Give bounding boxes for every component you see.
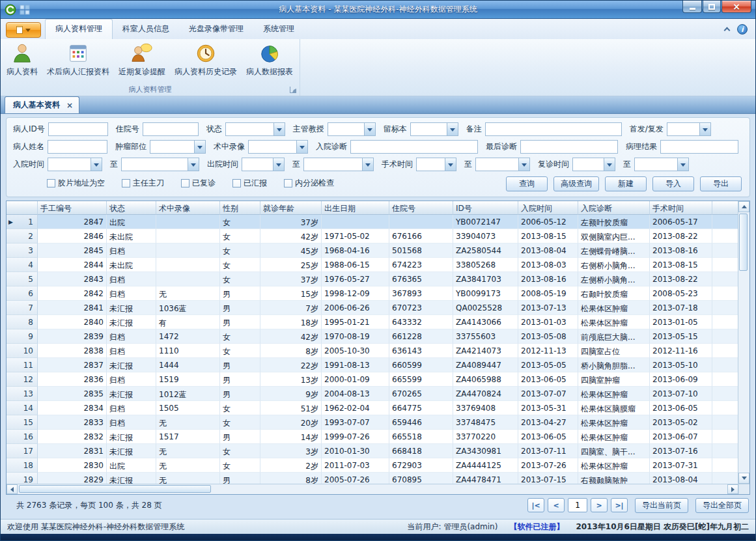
checkbox-film-address-empty[interactable]: 胶片地址为空: [47, 178, 105, 189]
cell-id-number[interactable]: YB0072147: [453, 215, 518, 229]
cell-status[interactable]: 未汇报: [107, 387, 156, 401]
table-row[interactable]: 132835未汇报1012蓝男9岁2004-08-13670265ZA44708…: [7, 387, 738, 401]
cell-manual-number[interactable]: 2832: [38, 430, 107, 444]
cell-manual-number[interactable]: 2843: [38, 272, 107, 286]
checkbox-revisited[interactable]: 已复诊: [181, 178, 216, 189]
cell-manual-number[interactable]: 2842: [38, 286, 107, 301]
cell-status[interactable]: 未出院: [107, 229, 156, 243]
cell-status[interactable]: 未汇报: [107, 358, 156, 372]
cell-age-at-visit[interactable]: 18岁: [260, 315, 322, 329]
cell-age-at-visit[interactable]: 8岁: [260, 344, 322, 358]
chief-professor-combo[interactable]: [328, 122, 376, 136]
surgery-date-from-combo[interactable]: [416, 158, 456, 171]
cell-gender[interactable]: 男: [220, 301, 260, 315]
cell-status[interactable]: 归档: [107, 286, 156, 301]
cell-id-number[interactable]: 33904073: [453, 229, 518, 243]
cell-gender[interactable]: 女: [220, 229, 260, 243]
cell-manual-number[interactable]: 2838: [38, 344, 107, 358]
cell-intraop-video[interactable]: 有: [156, 315, 220, 329]
cell-manual-number[interactable]: 2830: [38, 458, 107, 473]
cell-admission-number[interactable]: 664775: [389, 401, 453, 415]
checkbox-box-icon[interactable]: [181, 179, 189, 187]
cell-age-at-visit[interactable]: 9岁: [260, 387, 322, 401]
cell-admission-diagnosis[interactable]: 左侧桥小脑角...: [578, 272, 650, 286]
cell-surgery-date[interactable]: 2008-05-23: [650, 286, 712, 301]
cell-intraop-video[interactable]: [156, 215, 220, 229]
cell-admission-date[interactable]: 2013-06-05: [518, 372, 578, 387]
cell-admission-date[interactable]: 2013-08-15: [518, 229, 578, 243]
cell-admission-diagnosis[interactable]: 四脑室、脑干...: [578, 444, 650, 458]
table-row[interactable]: 72841未汇报1036蓝男7岁2006-06-26670723QA002552…: [7, 301, 738, 315]
cell-surgery-date[interactable]: 2013-05-10: [650, 358, 712, 372]
admission-date-from-combo[interactable]: [48, 158, 102, 171]
cell-age-at-visit[interactable]: 37岁: [260, 215, 322, 229]
advanced-query-button[interactable]: 高级查询: [553, 176, 599, 191]
cell-gender[interactable]: 男: [220, 473, 260, 484]
cell-id-number[interactable]: 33755603: [453, 329, 518, 344]
cell-admission-number[interactable]: 672903: [389, 458, 453, 473]
cell-surgery-date[interactable]: 2006-05-17: [650, 215, 712, 229]
vscroll-track[interactable]: [738, 212, 749, 473]
table-row[interactable]: 42844未出院女25岁1988-06-15674223338052682013…: [7, 258, 738, 272]
cell-intraop-video[interactable]: 1517: [156, 430, 220, 444]
patient-name-input[interactable]: [48, 140, 107, 154]
cell-id-number[interactable]: ZA4089447: [453, 358, 518, 372]
cell-id-number[interactable]: 33748475: [453, 415, 518, 430]
admission-diagnosis-input[interactable]: [350, 140, 478, 154]
checkbox-endocrine-exam[interactable]: 内分泌检查: [284, 178, 334, 189]
cell-age-at-visit[interactable]: 14岁: [260, 430, 322, 444]
checkbox-box-icon[interactable]: [122, 179, 130, 187]
vertical-scrollbar[interactable]: [738, 201, 749, 484]
cell-admission-number[interactable]: 665599: [389, 372, 453, 387]
table-row[interactable]: 162832未汇报1517男14岁1999-07-266655183377022…: [7, 430, 738, 444]
column-header-manual-number[interactable]: 手工编号: [38, 201, 107, 215]
export-current-page-button[interactable]: 导出当前页: [635, 498, 688, 513]
cell-admission-date[interactable]: 2012-11-13: [518, 344, 578, 358]
patient-id-input[interactable]: [48, 122, 108, 136]
cell-admission-diagnosis[interactable]: 左额叶胶质瘤: [578, 215, 650, 229]
horizontal-scrollbar[interactable]: [7, 484, 738, 494]
cell-id-number[interactable]: ZA4444125: [453, 458, 518, 473]
cell-gender[interactable]: 女: [220, 258, 260, 272]
cell-intraop-video[interactable]: 1036蓝: [156, 301, 220, 315]
cell-admission-number[interactable]: 670723: [389, 301, 453, 315]
cell-gender[interactable]: 女: [220, 458, 260, 473]
cell-id-number[interactable]: ZA4065988: [453, 372, 518, 387]
checkbox-box-icon[interactable]: [284, 179, 292, 187]
cell-status[interactable]: 出院: [107, 458, 156, 473]
cell-status[interactable]: 归档: [107, 329, 156, 344]
cell-intraop-video[interactable]: 1110: [156, 344, 220, 358]
ribbon-tab-3[interactable]: 光盘录像带管理: [179, 20, 253, 39]
cell-id-number[interactable]: ZA4478471: [453, 473, 518, 484]
cell-admission-diagnosis[interactable]: 松果体区肿瘤: [578, 387, 650, 401]
cell-manual-number[interactable]: 2834: [38, 401, 107, 415]
ribbon-tab-1[interactable]: 病人资料管理: [45, 19, 113, 39]
cell-manual-number[interactable]: 2837: [38, 358, 107, 372]
dropdown-arrow-icon[interactable]: [364, 123, 375, 135]
cell-admission-diagnosis[interactable]: 松果体区肿瘤: [578, 415, 650, 430]
last-page-button[interactable]: >|: [611, 498, 628, 512]
cell-manual-number[interactable]: 2840: [38, 315, 107, 329]
cell-birth-date[interactable]: 2011-07-03: [322, 458, 389, 473]
cell-manual-number[interactable]: 2835: [38, 387, 107, 401]
cell-manual-number[interactable]: 2831: [38, 444, 107, 458]
dropdown-arrow-icon[interactable]: [699, 123, 710, 135]
cell-gender[interactable]: 男: [220, 358, 260, 372]
dropdown-arrow-icon[interactable]: [194, 141, 205, 153]
table-row[interactable]: 92839归档1472女42岁1970-08-19661228337556032…: [7, 329, 738, 344]
cell-surgery-date[interactable]: 2013-08-15: [650, 258, 712, 272]
cell-manual-number[interactable]: 2833: [38, 415, 107, 430]
cell-birth-date[interactable]: [322, 215, 389, 229]
cell-intraop-video[interactable]: 无: [156, 415, 220, 430]
cell-age-at-visit[interactable]: 20岁: [260, 415, 322, 430]
cell-admission-date[interactable]: 2013-05-31: [518, 401, 578, 415]
cell-manual-number[interactable]: 2844: [38, 258, 107, 272]
cell-id-number[interactable]: QA0025528: [453, 301, 518, 315]
surgery-date-to-combo[interactable]: [475, 158, 530, 171]
admission-date-to-combo[interactable]: [121, 158, 199, 171]
cell-intraop-video[interactable]: 1505: [156, 401, 220, 415]
cell-gender[interactable]: 女: [220, 401, 260, 415]
export-button[interactable]: 导出: [700, 176, 742, 191]
cell-admission-date[interactable]: 2013-07-11: [518, 444, 578, 458]
table-row[interactable]: 22846未出院女42岁1971-05-02676166339040732013…: [7, 229, 738, 243]
